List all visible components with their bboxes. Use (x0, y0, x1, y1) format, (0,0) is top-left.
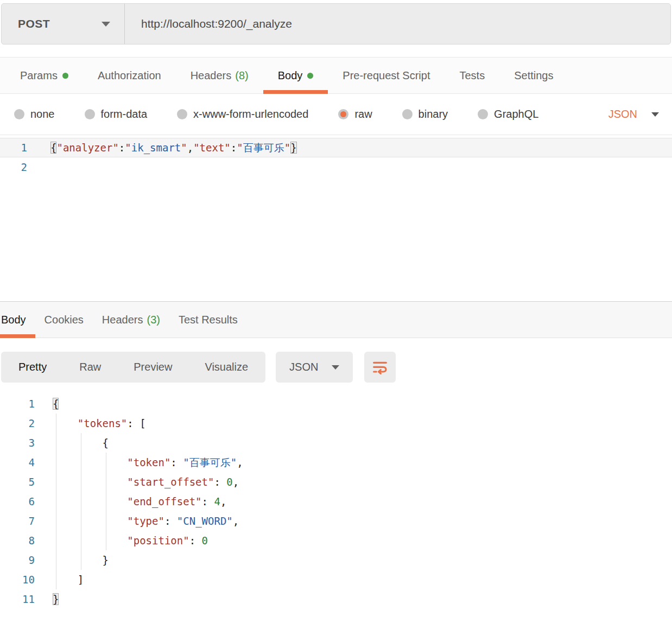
radio-icon (478, 109, 488, 119)
method-label: POST (18, 17, 50, 30)
response-language-label: JSON (289, 361, 318, 373)
request-tab-params[interactable]: Params (5, 58, 83, 93)
body-type-form-data[interactable]: form-data (85, 108, 148, 120)
response-view-switcher: PrettyRawPreviewVisualize (1, 352, 265, 383)
request-tabs: ParamsAuthorizationHeaders(8)BodyPre-req… (0, 57, 672, 94)
tab-label: Headers (102, 314, 143, 326)
radio-label: raw (354, 108, 372, 120)
radio-icon (177, 109, 187, 119)
indent-guide (56, 414, 56, 589)
radio-icon (402, 109, 413, 119)
body-type-row: noneform-datax-www-form-urlencodedrawbin… (0, 94, 672, 135)
tab-count: (8) (235, 69, 248, 82)
response-tabs: BodyCookiesHeaders(3)Test Results (0, 301, 672, 338)
radio-label: none (30, 108, 55, 120)
response-language-select[interactable]: JSON (276, 352, 353, 383)
radio-label: form-data (101, 108, 148, 120)
radio-label: GraphQL (494, 108, 538, 120)
line-number: 2 (0, 414, 35, 433)
request-url-bar: POST http://localhost:9200/_analyze (1, 3, 671, 44)
line-number: 11 (0, 589, 35, 609)
body-type-none[interactable]: none (14, 108, 55, 120)
code-text: "start_offset": 0, (35, 472, 239, 492)
line-number: 2 (0, 157, 27, 177)
code-text: "tokens": [ (35, 414, 146, 433)
postman-window: POST http://localhost:9200/_analyze Para… (0, 3, 672, 609)
request-tab-settings[interactable]: Settings (499, 58, 568, 93)
response-toolbar: PrettyRawPreviewVisualize JSON (1, 352, 672, 383)
code-line: 11} (0, 589, 672, 609)
code-line: 1{ (0, 394, 672, 414)
code-line: 3 { (0, 433, 672, 453)
line-number: 1 (0, 394, 35, 414)
tab-label: Cookies (45, 314, 84, 326)
line-number: 4 (0, 453, 35, 472)
code-line: 7 "type": "CN_WORD", (0, 511, 672, 531)
raw-language-select[interactable]: JSON (608, 108, 659, 120)
response-tab-headers[interactable]: Headers(3) (93, 302, 169, 338)
code-text: } (35, 550, 109, 570)
request-tab-authorization[interactable]: Authorization (83, 58, 176, 93)
green-dot-icon (62, 73, 68, 79)
radio-label: binary (419, 108, 448, 120)
code-text (27, 157, 50, 177)
tab-label: Authorization (98, 69, 161, 82)
chevron-down-icon (332, 365, 339, 370)
code-line: 6 "end_offset": 4, (0, 492, 672, 511)
body-type-raw[interactable]: raw (338, 108, 372, 120)
green-dot-icon (307, 73, 313, 79)
method-select[interactable]: POST (2, 4, 125, 44)
line-number: 1 (0, 138, 27, 157)
code-line: 1{"analyzer":"ik_smart","text":"百事可乐"} (0, 138, 672, 157)
view-raw[interactable]: Raw (63, 361, 117, 373)
code-text: {"analyzer":"ik_smart","text":"百事可乐"} (27, 138, 297, 157)
request-tab-tests[interactable]: Tests (445, 58, 499, 93)
tab-count: (3) (147, 314, 160, 326)
request-body-editor[interactable]: 1{"analyzer":"ik_smart","text":"百事可乐"}2 (0, 135, 672, 301)
wrap-lines-button[interactable] (364, 352, 396, 383)
code-line: 5 "start_offset": 0, (0, 472, 672, 492)
request-tab-body[interactable]: Body (263, 58, 328, 93)
code-text: "type": "CN_WORD", (35, 511, 239, 531)
code-text: "token": "百事可乐", (35, 453, 243, 472)
line-number: 7 (0, 511, 35, 531)
indent-guide (81, 433, 81, 570)
chevron-down-icon (102, 22, 110, 27)
wrap-lines-icon (371, 359, 389, 376)
code-line: 10 ] (0, 570, 672, 589)
tab-label: Settings (514, 69, 553, 82)
code-text: } (35, 589, 59, 609)
request-tab-pre-request-script[interactable]: Pre-request Script (328, 58, 445, 93)
line-number: 5 (0, 472, 35, 492)
radio-icon (85, 109, 95, 119)
view-pretty[interactable]: Pretty (2, 361, 63, 373)
body-type-graphql[interactable]: GraphQL (478, 108, 538, 120)
view-preview[interactable]: Preview (117, 361, 188, 373)
line-number: 8 (0, 531, 35, 550)
body-type-x-www-form-urlencoded[interactable]: x-www-form-urlencoded (177, 108, 308, 120)
tab-label: Tests (459, 69, 485, 82)
code-line: 9 } (0, 550, 672, 570)
response-tab-body[interactable]: Body (0, 302, 35, 338)
url-input[interactable]: http://localhost:9200/_analyze (125, 4, 670, 44)
view-visualize[interactable]: Visualize (188, 361, 264, 373)
line-number: 3 (0, 433, 35, 453)
radio-icon (338, 109, 348, 119)
radio-icon (14, 109, 24, 119)
code-text: { (35, 433, 109, 453)
tab-label: Body (1, 314, 26, 326)
request-tab-headers[interactable]: Headers(8) (176, 58, 263, 93)
body-type-binary[interactable]: binary (402, 108, 448, 120)
tab-label: Body (278, 69, 303, 82)
line-number: 9 (0, 550, 35, 570)
tab-label: Params (20, 69, 58, 82)
response-tab-cookies[interactable]: Cookies (35, 302, 93, 338)
radio-label: x-www-form-urlencoded (193, 108, 308, 120)
line-number: 6 (0, 492, 35, 511)
code-text: "end_offset": 4, (35, 492, 226, 511)
code-text: { (35, 394, 59, 414)
body-type-radios: noneform-datax-www-form-urlencodedrawbin… (14, 108, 568, 120)
response-body-editor[interactable]: 1{2 "tokens": [3 {4 "token": "百事可乐",5 "s… (0, 394, 672, 609)
response-tab-test-results[interactable]: Test Results (169, 302, 247, 338)
code-line: 2 "tokens": [ (0, 414, 672, 433)
